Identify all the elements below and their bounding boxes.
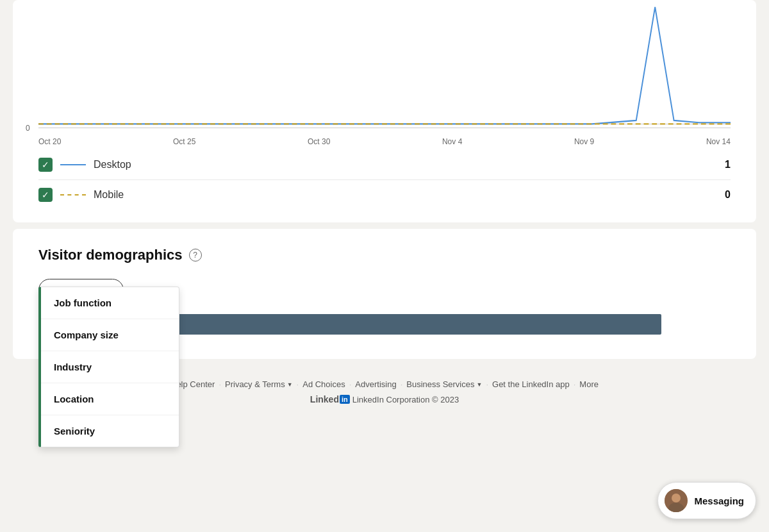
legend-mobile: ✓ Mobile 0 <box>38 180 731 210</box>
demographics-section: Visitor demographics ? Job function ▼ Jo… <box>13 229 756 359</box>
x-label-nov4: Nov 4 <box>442 137 462 146</box>
dropdown-item-seniority[interactable]: Seniority <box>41 415 179 447</box>
avatar <box>665 489 688 512</box>
footer-more[interactable]: More <box>579 379 599 389</box>
footer-business-services[interactable]: Business Services ▼ <box>406 379 482 389</box>
chart-section: 0 Oct 20 Oct 25 Oct 30 Nov 4 Nov 9 Nov 1… <box>13 0 756 222</box>
footer-copyright: LinkedIn Corporation © 2023 <box>352 395 459 404</box>
mobile-label: Mobile <box>94 189 124 201</box>
desktop-label: Desktop <box>94 159 131 170</box>
chart-svg <box>38 0 731 128</box>
linkedin-logo: Linkedin <box>310 394 350 404</box>
dropdown-item-location[interactable]: Location <box>41 383 179 415</box>
section-header: Visitor demographics ? <box>38 247 731 263</box>
desktop-checkbox[interactable]: ✓ <box>38 158 53 172</box>
desktop-line <box>60 164 86 165</box>
footer-advertising[interactable]: Advertising <box>355 379 396 389</box>
dropdown-item-company-size[interactable]: Company size <box>41 319 179 351</box>
legend-desktop-left: ✓ Desktop <box>38 158 131 172</box>
help-icon[interactable]: ? <box>189 249 202 262</box>
dropdown-item-job-function[interactable]: Job function <box>41 287 179 319</box>
x-label-oct30: Oct 30 <box>308 137 330 146</box>
dropdown-menu: Job function Company size Industry Locat… <box>38 287 179 447</box>
legend-mobile-left: ✓ Mobile <box>38 188 124 202</box>
mobile-count: 0 <box>725 189 731 201</box>
messaging-label: Messaging <box>694 495 744 506</box>
mobile-line <box>60 194 86 195</box>
svg-point-2 <box>672 494 681 503</box>
demographics-title: Visitor demographics <box>38 247 183 263</box>
dropdown-item-industry[interactable]: Industry <box>41 351 179 383</box>
linkedin-text: Linked <box>310 394 339 404</box>
mobile-checkbox[interactable]: ✓ <box>38 188 53 202</box>
x-label-oct25: Oct 25 <box>173 137 195 146</box>
x-label-nov14: Nov 14 <box>706 137 731 146</box>
x-label-oct20: Oct 20 <box>38 137 61 146</box>
x-axis: Oct 20 Oct 25 Oct 30 Nov 4 Nov 9 Nov 14 <box>38 133 731 150</box>
x-label-nov9: Nov 9 <box>574 137 594 146</box>
legend-desktop: ✓ Desktop 1 <box>38 150 731 180</box>
footer-ad-choices[interactable]: Ad Choices <box>302 379 345 389</box>
chart-zero-label: 0 <box>26 124 30 133</box>
chart-area: 0 <box>38 0 731 128</box>
linkedin-in: in <box>340 395 350 404</box>
desktop-count: 1 <box>725 159 731 170</box>
footer-privacy-terms[interactable]: Privacy & Terms ▼ <box>225 379 293 389</box>
messaging-button[interactable]: Messaging <box>657 482 756 519</box>
footer-linkedin-app[interactable]: Get the LinkedIn app <box>492 379 570 389</box>
avatar-image <box>665 489 688 512</box>
